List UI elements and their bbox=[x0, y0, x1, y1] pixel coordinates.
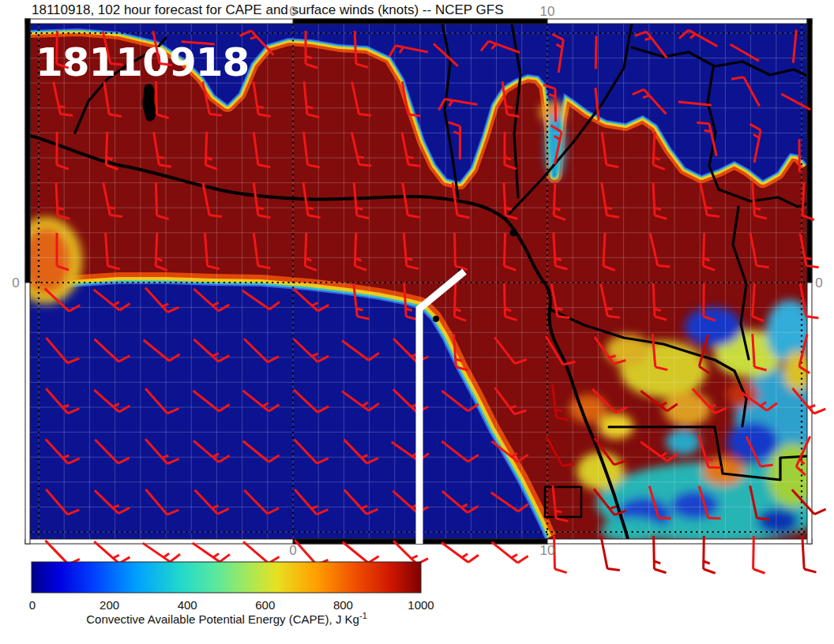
island-bioko bbox=[510, 230, 517, 237]
colorbar-caption: Convective Available Potential Energy (C… bbox=[86, 611, 367, 626]
axis-label-top-10: 10 bbox=[540, 4, 555, 19]
axis-label-top-0: 0 bbox=[289, 4, 296, 19]
forecast-figure: 18110918, 102 hour forecast for CAPE and… bbox=[0, 0, 834, 644]
colorbar-tick-600: 600 bbox=[255, 598, 275, 612]
axis-label-bottom-10: 10 bbox=[540, 543, 555, 558]
colorbar-caption-superscript: -1 bbox=[359, 611, 367, 620]
colorbar-caption-main: Convective Available Potential Energy (C… bbox=[86, 612, 359, 626]
figure-title: 18110918, 102 hour forecast for CAPE and… bbox=[32, 2, 504, 17]
colorbar-tick-0: 0 bbox=[29, 598, 36, 612]
axis-label-bottom-0: 0 bbox=[289, 543, 296, 558]
colorbar: 0 200 400 600 800 1000 Convective Availa… bbox=[29, 562, 434, 626]
colorbar-tick-1000: 1000 bbox=[408, 598, 434, 612]
island-sao-tome bbox=[433, 316, 439, 322]
colorbar-tick-400: 400 bbox=[178, 598, 197, 612]
colorbar-gradient bbox=[32, 562, 421, 593]
axis-label-left-0: 0 bbox=[12, 275, 19, 290]
run-date-stamp: 18110918 bbox=[36, 39, 249, 85]
axis-label-right-0: 0 bbox=[815, 275, 822, 290]
forecast-map-figure: 18110918, 102 hour forecast for CAPE and… bbox=[0, 0, 834, 644]
colorbar-tick-200: 200 bbox=[100, 598, 119, 612]
colorbar-tick-800: 800 bbox=[333, 598, 353, 612]
